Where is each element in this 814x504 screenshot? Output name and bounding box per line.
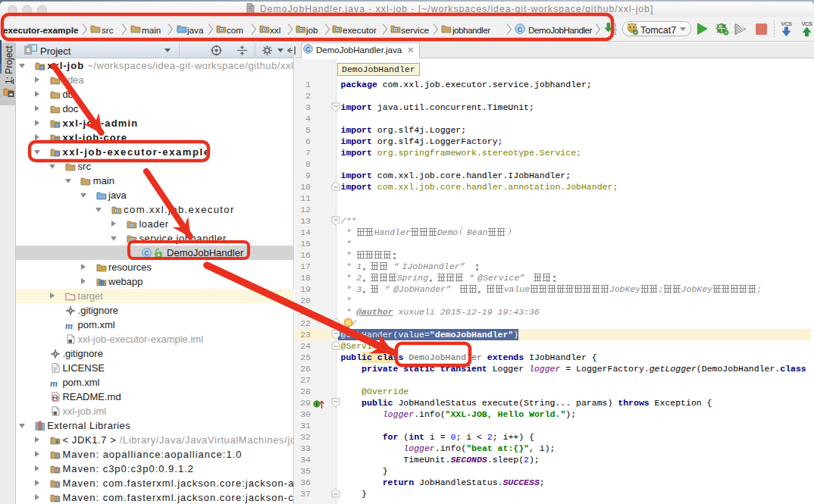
svg-text:1: 1 bbox=[614, 31, 617, 35]
svg-text:C: C bbox=[305, 45, 311, 53]
svg-text:C: C bbox=[518, 26, 523, 33]
svg-text:C: C bbox=[144, 249, 149, 257]
svg-text:VCS: VCS bbox=[781, 20, 792, 27]
svg-text:VCS: VCS bbox=[802, 20, 812, 27]
